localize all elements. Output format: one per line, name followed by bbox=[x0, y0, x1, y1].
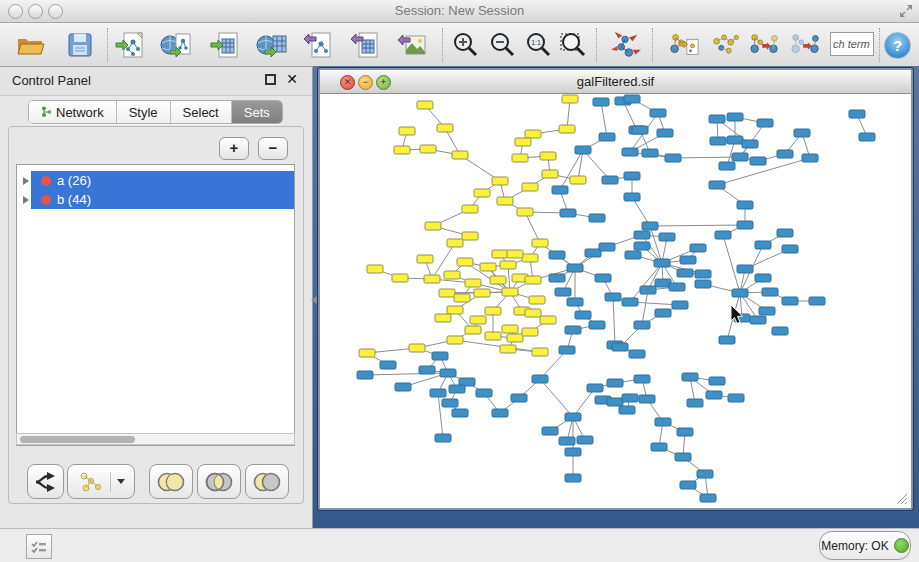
graph-node[interactable] bbox=[532, 375, 548, 383]
graph-node[interactable] bbox=[567, 298, 583, 306]
graph-node[interactable] bbox=[559, 346, 575, 354]
graph-node[interactable] bbox=[624, 172, 640, 180]
graph-node[interactable] bbox=[560, 209, 576, 217]
graph-node[interactable] bbox=[794, 129, 810, 137]
search-input[interactable] bbox=[830, 32, 874, 56]
graph-node[interactable] bbox=[462, 205, 478, 213]
graph-node[interactable] bbox=[700, 494, 716, 502]
graph-node[interactable] bbox=[642, 149, 658, 157]
graph-node[interactable] bbox=[750, 316, 766, 324]
graph-node[interactable] bbox=[772, 327, 788, 335]
zoom-actual-size-icon[interactable]: 1:1 bbox=[522, 29, 554, 61]
graph-node[interactable] bbox=[417, 255, 433, 263]
graph-node[interactable] bbox=[777, 150, 793, 158]
graph-node[interactable] bbox=[640, 286, 656, 294]
graph-node[interactable] bbox=[680, 256, 696, 264]
graph-node[interactable] bbox=[634, 321, 650, 329]
graph-node[interactable] bbox=[737, 221, 753, 229]
graph-node[interactable] bbox=[425, 222, 441, 230]
graph-node[interactable] bbox=[634, 242, 650, 250]
graph-node[interactable] bbox=[809, 297, 825, 305]
graph-node[interactable] bbox=[595, 274, 611, 282]
graph-node[interactable] bbox=[625, 251, 641, 259]
graph-node[interactable] bbox=[532, 348, 548, 356]
graph-node[interactable] bbox=[517, 208, 533, 216]
open-session-icon[interactable] bbox=[14, 29, 46, 61]
graph-node[interactable] bbox=[672, 301, 688, 309]
graph-node[interactable] bbox=[549, 251, 565, 259]
intersection-button[interactable] bbox=[197, 464, 241, 499]
graph-node[interactable] bbox=[589, 321, 605, 329]
union-button[interactable] bbox=[149, 464, 193, 499]
tab-style[interactable]: Style bbox=[117, 101, 171, 123]
import-table-file-icon[interactable] bbox=[209, 29, 241, 61]
difference-button[interactable] bbox=[245, 464, 289, 499]
graph-node[interactable] bbox=[399, 127, 415, 135]
graph-node[interactable] bbox=[659, 233, 675, 241]
graph-node[interactable] bbox=[420, 145, 436, 153]
expander-icon[interactable] bbox=[23, 177, 29, 185]
graph-node[interactable] bbox=[634, 375, 650, 383]
graph-node[interactable] bbox=[695, 280, 711, 288]
graph-node[interactable] bbox=[485, 332, 501, 340]
graph-node[interactable] bbox=[490, 276, 506, 284]
graph-node[interactable] bbox=[657, 129, 673, 137]
fullscreen-icon[interactable] bbox=[899, 4, 913, 18]
graph-node[interactable] bbox=[474, 189, 490, 197]
graph-node[interactable] bbox=[440, 369, 456, 377]
graph-node[interactable] bbox=[492, 409, 508, 417]
graph-node[interactable] bbox=[565, 448, 581, 456]
graph-node[interactable] bbox=[709, 377, 725, 385]
show-all-icon[interactable] bbox=[790, 29, 822, 61]
graph-node[interactable] bbox=[430, 389, 446, 397]
graph-node[interactable] bbox=[682, 373, 698, 381]
graph-node[interactable] bbox=[522, 254, 538, 262]
graph-node[interactable] bbox=[782, 245, 798, 253]
graph-node[interactable] bbox=[654, 259, 670, 267]
graph-node[interactable] bbox=[651, 443, 667, 451]
graph-node[interactable] bbox=[575, 311, 591, 319]
graph-node[interactable] bbox=[555, 288, 571, 296]
graph-node[interactable] bbox=[719, 162, 735, 170]
graph-node[interactable] bbox=[732, 153, 748, 161]
memory-status-button[interactable]: Memory: OK bbox=[819, 531, 911, 560]
graph-node[interactable] bbox=[529, 296, 545, 304]
hide-selected-icon[interactable] bbox=[749, 29, 781, 61]
select-nodes-icon[interactable] bbox=[710, 29, 742, 61]
zoom-in-icon[interactable] bbox=[449, 29, 481, 61]
graph-node[interactable] bbox=[502, 288, 518, 296]
help-icon[interactable]: ? bbox=[884, 32, 911, 59]
graph-node[interactable] bbox=[565, 413, 581, 421]
graph-node[interactable] bbox=[802, 154, 818, 162]
graph-node[interactable] bbox=[587, 384, 603, 392]
tab-network[interactable]: Network bbox=[29, 101, 117, 123]
graph-node[interactable] bbox=[525, 309, 541, 317]
sets-list[interactable]: a (26) b (44) bbox=[16, 164, 295, 446]
graph-node[interactable] bbox=[452, 409, 468, 417]
graph-node[interactable] bbox=[762, 288, 778, 296]
graph-node[interactable] bbox=[552, 186, 568, 194]
graph-node[interactable] bbox=[607, 398, 623, 406]
graph-node[interactable] bbox=[449, 385, 465, 393]
close-panel-icon[interactable]: ✕ bbox=[286, 71, 298, 87]
graph-node[interactable] bbox=[624, 193, 640, 201]
graph-node[interactable] bbox=[395, 383, 411, 391]
apply-layout-icon[interactable] bbox=[610, 29, 642, 61]
graph-node[interactable] bbox=[447, 239, 463, 247]
export-network-icon[interactable] bbox=[302, 29, 334, 61]
graph-node[interactable] bbox=[759, 307, 775, 315]
graph-node[interactable] bbox=[454, 294, 470, 302]
graph-node[interactable] bbox=[737, 265, 753, 273]
graph-node[interactable] bbox=[435, 434, 451, 442]
graph-node[interactable] bbox=[675, 453, 691, 461]
graph-node[interactable] bbox=[457, 258, 473, 266]
graph-node[interactable] bbox=[507, 334, 523, 342]
select-from-file-icon[interactable] bbox=[668, 29, 700, 61]
graph-node[interactable] bbox=[474, 289, 490, 297]
scrollbar-thumb[interactable] bbox=[20, 436, 135, 443]
export-image-icon[interactable] bbox=[396, 29, 428, 61]
graph-node[interactable] bbox=[706, 391, 722, 399]
graph-node[interactable] bbox=[380, 361, 396, 369]
graph-node[interactable] bbox=[622, 298, 638, 306]
network-frame-titlebar[interactable]: ✕ − + galFiltered.sif bbox=[320, 70, 911, 94]
